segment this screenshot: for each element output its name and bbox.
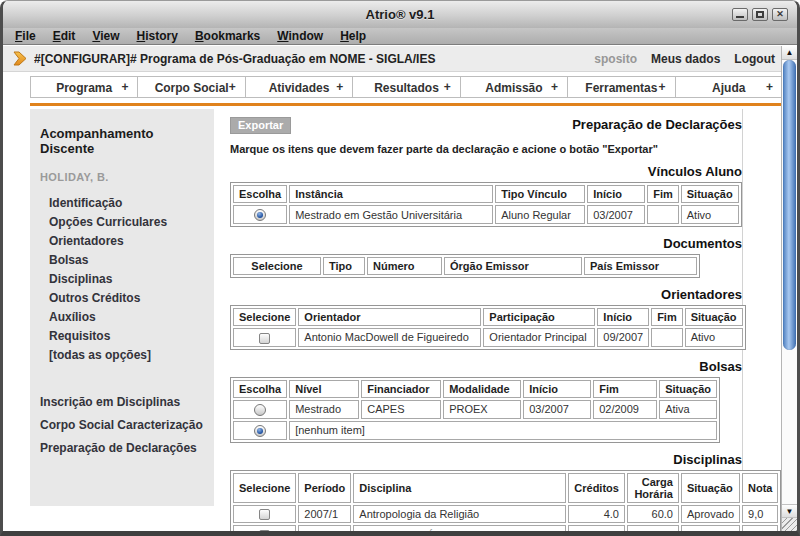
cell: 03/2007 [587, 205, 645, 224]
plus-icon[interactable]: + [659, 77, 666, 97]
radio-checked[interactable] [254, 425, 266, 437]
minimize-icon [736, 16, 744, 18]
section-title-disciplinas: Disciplinas [230, 452, 742, 467]
plus-icon[interactable]: + [766, 77, 773, 97]
tab-programa[interactable]: Programa+ [31, 77, 138, 97]
tab-ajuda[interactable]: Ajuda+ [676, 77, 782, 97]
radio-checked[interactable] [254, 209, 266, 221]
column-header-situa-o: Situação [681, 185, 739, 203]
header-row: SelecioneTipoNúmeroÓrgão EmissorPaís Emi… [233, 257, 697, 275]
tab-atividades[interactable]: Atividades+ [246, 77, 353, 97]
plus-icon[interactable]: + [551, 77, 558, 97]
maximize-icon [756, 11, 764, 18]
close-button[interactable]: ✕ [772, 8, 788, 21]
tab-resultados[interactable]: Resultados+ [353, 77, 460, 97]
plus-icon[interactable]: + [444, 77, 451, 97]
column-header-selecione: Selecione [233, 257, 321, 275]
column-header-escolha: Escolha [233, 380, 287, 398]
column-header-participa-o: Participação [483, 308, 595, 326]
cell: 03/2007 [523, 400, 591, 419]
cell: Aluno Regular [495, 205, 585, 224]
breadcrumb: #[CONFIGURAR]# Programa de Pós-Graduação… [34, 52, 594, 66]
scrollbar-thumb[interactable] [783, 60, 796, 350]
resize-grip-icon[interactable] [782, 518, 797, 531]
cell [233, 400, 287, 419]
menu-history[interactable]: History [137, 29, 178, 43]
cell: Aprovado [681, 505, 740, 524]
table-row: 2007/1Etnologia dos Índios Sul-Americano… [233, 525, 778, 531]
cell [651, 328, 683, 347]
tab-ferramentas[interactable]: Ferramentas+ [568, 77, 675, 97]
cell [233, 328, 296, 347]
menu-view[interactable]: View [92, 29, 119, 43]
column-header--rg-o-emissor: Órgão Emissor [444, 257, 582, 275]
export-button[interactable]: Exportar [230, 117, 291, 134]
sidebar-section-group: Inscrição em Disciplinas Corpo Social Ca… [40, 391, 204, 460]
sidebar-item-inscricao-em-disciplinas[interactable]: Inscrição em Disciplinas [40, 391, 204, 414]
cell: Ativo [681, 205, 739, 224]
menu-help[interactable]: Help [340, 29, 366, 43]
sidebar-item-preparacao-de-declaracoes[interactable]: Preparação de Declarações [40, 437, 204, 460]
plus-icon[interactable]: + [336, 77, 343, 97]
sidebar-item-bolsas[interactable]: Bolsas [40, 251, 204, 270]
menu-edit[interactable]: Edit [53, 29, 76, 43]
column-header-inst-ncia: Instância [289, 185, 493, 203]
column-header-orientador: Orientador [298, 308, 481, 326]
cell [233, 421, 287, 440]
sidebar-item-auxilios[interactable]: Auxílios [40, 308, 204, 327]
plus-icon[interactable]: + [229, 77, 236, 97]
sidebar-item-disciplinas[interactable]: Disciplinas [40, 270, 204, 289]
menu-file[interactable]: File [15, 29, 36, 43]
title-bar[interactable]: Atrio® v9.1 ✕ [3, 1, 797, 28]
vertical-scrollbar[interactable]: ▲ ▼ [781, 46, 797, 531]
minimize-button[interactable] [732, 8, 748, 21]
app-header: #[CONFIGURAR]# Programa de Pós-Graduação… [3, 46, 797, 72]
sidebar-title: Acompanhamento Discente [40, 126, 204, 156]
sidebar-item-outros-creditos[interactable]: Outros Créditos [40, 289, 204, 308]
column-header-selecione: Selecione [233, 308, 296, 326]
menu-window[interactable]: Window [277, 29, 323, 43]
sidebar-item-identificacao[interactable]: Identificação [40, 194, 204, 213]
sidebar-item-corpo-social-caracterizacao[interactable]: Corpo Social Caracterização [40, 414, 204, 437]
scroll-down-button[interactable]: ▼ [782, 504, 797, 518]
column-header-cr-ditos: Créditos [568, 473, 625, 503]
sidebar: Acompanhamento Discente HOLIDAY, B. Iden… [30, 109, 214, 506]
column-header-per-odo: Período [298, 473, 351, 503]
section-title-orientadores: Orientadores [230, 287, 742, 302]
checkbox-unchecked[interactable] [259, 530, 270, 531]
meus-dados-link[interactable]: Meus dados [651, 52, 720, 66]
cell: 2007/1 [298, 505, 351, 524]
scroll-up-button[interactable]: ▲ [782, 46, 797, 60]
sidebar-item-requisitos[interactable]: Requisitos [40, 327, 204, 346]
cell: 02/2009 [593, 400, 657, 419]
window-controls: ✕ [732, 8, 788, 21]
arrow-down-icon: ▼ [786, 507, 794, 516]
cell [233, 505, 296, 524]
page-viewport: #[CONFIGURAR]# Programa de Pós-Graduação… [3, 46, 797, 531]
tab-admissao[interactable]: Admissão+ [461, 77, 568, 97]
sidebar-item-todas-as-opcoes[interactable]: [todas as opções] [40, 346, 204, 365]
column-header-modalidade: Modalidade [443, 380, 521, 398]
menu-bookmarks[interactable]: Bookmarks [195, 29, 260, 43]
logout-link[interactable]: Logout [734, 52, 775, 66]
column-header-pa-s-emissor: País Emissor [584, 257, 697, 275]
maximize-button[interactable] [752, 8, 768, 21]
arrow-up-icon: ▲ [786, 48, 794, 57]
plus-icon[interactable]: + [121, 77, 128, 97]
sidebar-item-orientadores[interactable]: Orientadores [40, 232, 204, 251]
section-title-bolsas: Bolsas [230, 359, 742, 374]
checkbox-unchecked[interactable] [259, 333, 270, 344]
checkbox-unchecked[interactable] [259, 509, 270, 520]
column-header-nota: Nota [742, 473, 778, 503]
username-label: sposito [594, 52, 637, 66]
cell: 2007/1 [298, 525, 351, 531]
radio-unchecked[interactable] [254, 404, 266, 416]
student-name: HOLIDAY, B. [40, 171, 204, 183]
cell: PROEX [443, 400, 521, 419]
orientadores-table: SelecioneOrientadorParticipaçãoInícioFim… [230, 305, 746, 350]
section-title-documentos: Documentos [230, 236, 742, 251]
cell: [nenhum item] [289, 421, 717, 440]
sidebar-item-opcoes-curriculares[interactable]: Opções Curriculares [40, 213, 204, 232]
disciplinas-table: SelecionePeríodoDisciplinaCréditosCarga … [230, 470, 781, 531]
tab-corpo-social[interactable]: Corpo Social+ [138, 77, 245, 97]
